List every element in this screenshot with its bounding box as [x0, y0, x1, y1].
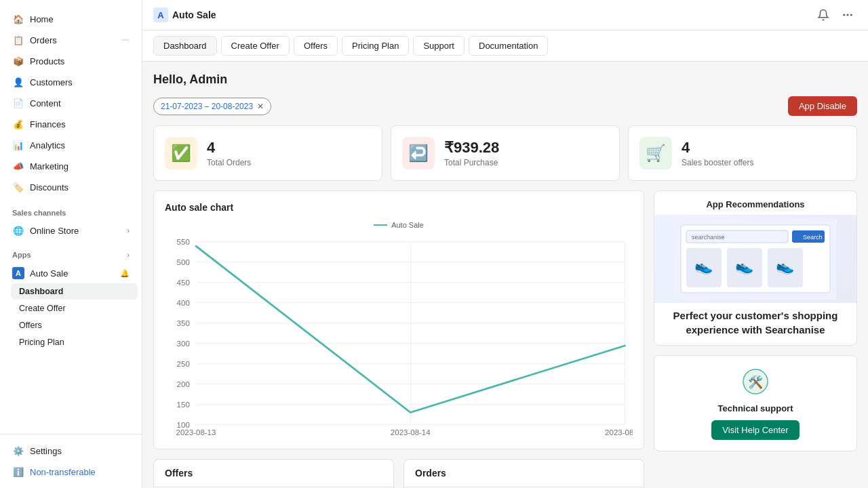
- support-icon: 🛠️: [741, 367, 770, 396]
- chart-card: Auto sale chart Auto Sale 550 500 450 40…: [153, 190, 644, 449]
- app-rec-card: App Recommendations searchanise Search: [654, 190, 857, 346]
- sidebar-item-analytics[interactable]: 📊 Analytics: [4, 135, 138, 155]
- sidebar-item-content[interactable]: 📄 Content: [4, 93, 138, 113]
- right-column: App Recommendations searchanise Search: [654, 190, 857, 488]
- stat-card-total-purchase: ↩️ ₹939.28 Total Purchase: [391, 125, 620, 181]
- svg-text:searchanise: searchanise: [692, 234, 725, 241]
- finances-icon: 💰: [12, 118, 24, 130]
- sidebar-item-discounts[interactable]: 🏷️ Discounts: [4, 177, 138, 197]
- sales-channels-title: Sales channels: [0, 203, 142, 220]
- autosale-notification-icon: 🔔: [120, 269, 130, 278]
- date-filter-clear[interactable]: ✕: [257, 102, 264, 111]
- page-content: Hello, Admin 21-07-2023 – 20-08-2023 ✕ A…: [142, 62, 868, 488]
- svg-text:550: 550: [177, 238, 190, 246]
- page-title: Hello, Admin: [153, 73, 227, 87]
- more-button[interactable]: [838, 5, 857, 24]
- tab-pricing-plan[interactable]: Pricing Plan: [342, 36, 409, 56]
- date-filter-chip[interactable]: 21-07-2023 – 20-08-2023 ✕: [153, 98, 271, 115]
- sidebar-item-marketing[interactable]: 📣 Marketing: [4, 156, 138, 176]
- sidebar-item-settings[interactable]: ⚙️ Settings: [4, 441, 138, 461]
- app-disable-button[interactable]: App Disable: [788, 96, 857, 116]
- total-orders-icon: ✅: [165, 137, 197, 169]
- tab-support[interactable]: Support: [413, 36, 465, 56]
- page-header: Hello, Admin: [153, 73, 857, 87]
- orders-icon: 📋: [12, 34, 24, 46]
- apps-expand-icon[interactable]: ›: [127, 251, 130, 259]
- logo-icon: A: [153, 7, 168, 22]
- tables-row: Offers ID Offer Title Action 148 Men: [153, 459, 644, 488]
- svg-text:450: 450: [177, 279, 190, 287]
- chart-svg: 550 500 450 400 350 300 250 200 150 100: [165, 235, 633, 438]
- orders-table-card: Orders Order Date Total Action: [403, 459, 644, 488]
- total-orders-label: Total Orders: [207, 158, 251, 167]
- analytics-icon: 📊: [12, 139, 24, 151]
- sidebar-sub-offers[interactable]: Offers: [11, 317, 138, 333]
- sidebar-item-customers[interactable]: 👤 Customers: [4, 72, 138, 92]
- tab-documentation[interactable]: Documentation: [469, 36, 548, 56]
- svg-text:2023-08-14: 2023-08-14: [391, 428, 431, 436]
- searchanise-mockup-svg: searchanise Search 👟 👟 👟: [674, 218, 837, 300]
- sidebar-label-autosale: Auto Sale: [30, 268, 68, 279]
- nav-tabs: Dashboard Create Offer Offers Pricing Pl…: [142, 30, 868, 62]
- support-card: 🛠️ Technical support Visit Help Center: [654, 355, 857, 451]
- sidebar-label-marketing: Marketing: [30, 161, 68, 171]
- svg-text:2023-08-13: 2023-08-13: [176, 428, 216, 436]
- sidebar-item-products[interactable]: 📦 Products: [4, 51, 138, 71]
- stat-card-sales-booster: 🛒 4 Sales booster offers: [628, 125, 857, 181]
- products-icon: 📦: [12, 55, 24, 67]
- sidebar-sub-dashboard-label: Dashboard: [19, 287, 63, 296]
- tab-dashboard[interactable]: Dashboard: [153, 36, 217, 56]
- non-transferable-icon: ℹ️: [12, 466, 24, 478]
- svg-text:400: 400: [177, 299, 190, 307]
- marketing-icon: 📣: [12, 160, 24, 172]
- sidebar-sub-pricing-plan-label: Pricing Plan: [19, 338, 64, 347]
- app-rec-title: App Recommendations: [654, 191, 856, 215]
- sidebar-label-analytics: Analytics: [30, 140, 65, 150]
- svg-text:👟: 👟: [694, 257, 713, 275]
- svg-text:300: 300: [177, 340, 190, 348]
- orders-table-title: Orders: [404, 460, 644, 487]
- svg-text:350: 350: [177, 319, 190, 327]
- sidebar-sub-create-offer[interactable]: Create Offer: [11, 300, 138, 317]
- sidebar-item-non-transferable[interactable]: ℹ️ Non-transferable: [4, 462, 138, 482]
- sidebar-label-home: Home: [30, 14, 54, 24]
- offers-table-title: Offers: [154, 460, 393, 487]
- sidebar-label-settings: Settings: [30, 446, 62, 456]
- tab-create-offer[interactable]: Create Offer: [221, 36, 290, 56]
- visit-help-center-button[interactable]: Visit Help Center: [711, 420, 799, 440]
- autosale-app-icon: A: [12, 267, 24, 279]
- apps-title: Apps: [12, 251, 31, 259]
- chart-legend-label: Auto Sale: [391, 221, 424, 229]
- sidebar-label-content: Content: [30, 98, 61, 108]
- sidebar: 🏠 Home 📋 Orders 📦 Products 👤 Customers 📄…: [0, 0, 142, 488]
- sidebar-item-orders[interactable]: 📋 Orders: [4, 30, 138, 50]
- offers-table-card: Offers ID Offer Title Action 148 Men: [153, 459, 394, 488]
- tab-offers[interactable]: Offers: [294, 36, 338, 56]
- sidebar-sub-pricing-plan[interactable]: Pricing Plan: [11, 334, 138, 350]
- content-icon: 📄: [12, 97, 24, 109]
- date-filter-value: 21-07-2023 – 20-08-2023: [161, 102, 253, 111]
- stat-card-total-orders: ✅ 4 Total Orders: [153, 125, 382, 181]
- svg-text:👟: 👟: [735, 257, 754, 275]
- total-purchase-label: Total Purchase: [444, 158, 499, 167]
- sidebar-label-orders: Orders: [30, 35, 57, 45]
- app-name: Auto Sale: [172, 9, 216, 20]
- sidebar-item-autosale[interactable]: A Auto Sale 🔔: [4, 264, 138, 283]
- svg-text:2023-08-15: 2023-08-15: [605, 428, 633, 436]
- sidebar-label-finances: Finances: [30, 119, 66, 129]
- sidebar-item-home[interactable]: 🏠 Home: [4, 9, 138, 29]
- sidebar-label-products: Products: [30, 56, 64, 66]
- sidebar-item-online-store[interactable]: 🌐 Online Store ›: [4, 220, 138, 241]
- chart-title: Auto sale chart: [165, 202, 633, 213]
- notification-button[interactable]: [814, 5, 833, 24]
- sidebar-item-finances[interactable]: 💰 Finances: [4, 114, 138, 134]
- customers-icon: 👤: [12, 76, 24, 88]
- sidebar-sub-dashboard[interactable]: Dashboard: [11, 283, 138, 300]
- svg-text:500: 500: [177, 258, 190, 266]
- topbar-icons: [814, 5, 857, 24]
- sidebar-sub-create-offer-label: Create Offer: [19, 304, 66, 313]
- app-rec-image: searchanise Search 👟 👟 👟: [654, 215, 856, 303]
- total-purchase-value: ₹939.28: [444, 139, 499, 157]
- legend-line-icon: [374, 224, 387, 226]
- home-icon: 🏠: [12, 13, 24, 25]
